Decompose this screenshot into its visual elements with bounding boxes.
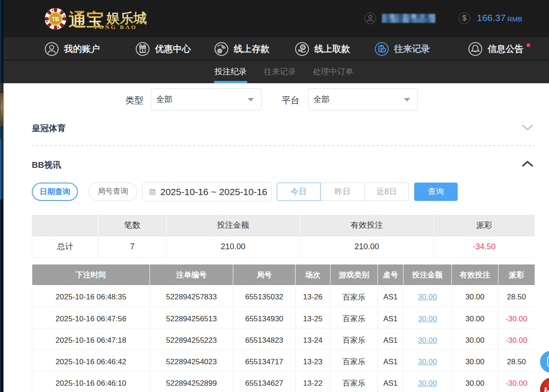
svg-text:TB: TB bbox=[52, 16, 60, 22]
